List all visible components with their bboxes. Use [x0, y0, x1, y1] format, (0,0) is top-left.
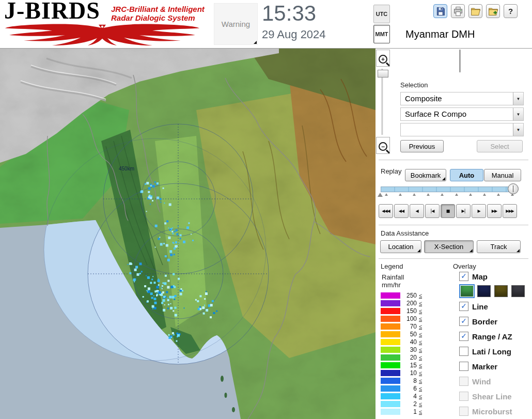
zoom-slider-track[interactable] — [382, 69, 384, 135]
chevron-down-icon[interactable]: ▼ — [513, 92, 523, 105]
legend-value: 100 — [401, 315, 417, 322]
legend-row: 20≤ — [381, 353, 422, 361]
legend-value: 50 — [401, 331, 417, 338]
map-color-swatch[interactable] — [460, 285, 474, 297]
legend-row: 15≤ — [381, 361, 422, 369]
checkbox[interactable] — [459, 362, 468, 371]
legend-value: 1 — [401, 408, 417, 415]
overlay-item-marker[interactable]: Marker — [459, 360, 532, 373]
x-section-button[interactable]: X-Section — [424, 240, 474, 253]
legend-row: 4≤ — [381, 392, 422, 400]
map-color-swatch[interactable] — [494, 285, 508, 297]
legend-leq-symbol: ≤ — [419, 409, 422, 415]
timeline-tick — [427, 193, 430, 196]
replay-timeline-track[interactable] — [381, 187, 517, 192]
timeline-tick — [497, 193, 500, 196]
print-button[interactable] — [451, 4, 465, 18]
playback-controls: ◀◀◀◀◀◀|◀■▶|▶▶▶▶▶▶ — [379, 204, 517, 218]
legend-color-swatch — [381, 323, 400, 330]
legend-row: 50≤ — [381, 330, 422, 338]
checkbox[interactable]: ✓ — [459, 302, 468, 311]
map-color-swatch[interactable] — [477, 285, 491, 297]
step-back-button[interactable]: |◀ — [425, 204, 440, 218]
clock-time: 15:33 — [262, 1, 316, 26]
fast-forward-button[interactable]: ▶▶ — [487, 204, 502, 218]
legend-leq-symbol: ≤ — [419, 354, 422, 361]
legend-value: 70 — [401, 323, 417, 330]
location-button[interactable]: Location — [380, 240, 421, 253]
legend-value: 200 — [401, 300, 417, 307]
folder-icon — [471, 6, 481, 17]
stop-button[interactable]: ■ — [441, 204, 455, 218]
folder-plus-icon — [488, 6, 498, 17]
overlay-label: Lati / Long — [472, 347, 511, 356]
select-button[interactable]: Select — [477, 140, 523, 152]
chevron-down-icon[interactable]: ▼ — [513, 108, 523, 120]
play-reverse-button[interactable]: ◀ — [410, 204, 424, 218]
import-button[interactable] — [486, 4, 500, 18]
zoom-in-button[interactable]: + — [376, 50, 390, 67]
header-toolbar: ? — [433, 4, 518, 18]
overlay-label: Range / AZ — [472, 332, 512, 341]
overlay-label: Line — [472, 302, 488, 311]
timeline-tick — [455, 193, 458, 196]
step-forward-button[interactable]: ▶| — [456, 204, 471, 218]
overlay-item-wind[interactable]: Wind — [459, 375, 532, 387]
previous-button[interactable]: Previous — [400, 140, 444, 152]
checkbox[interactable]: ✓ — [459, 332, 468, 341]
timeline-tick — [413, 193, 416, 196]
legend-leq-symbol: ≤ — [419, 331, 422, 337]
help-button[interactable]: ? — [504, 4, 518, 18]
organization-name: Myanmar DMH — [405, 28, 475, 40]
utc-button[interactable]: UTC — [373, 5, 390, 23]
timeline-tick — [385, 193, 388, 196]
map-color-swatch[interactable] — [511, 285, 525, 297]
warning-button[interactable]: Warning — [214, 3, 258, 45]
option-dropdown[interactable]: ▼ — [400, 123, 524, 136]
checkbox[interactable] — [459, 392, 468, 401]
checkbox[interactable]: ✓ — [459, 272, 468, 281]
auto-button[interactable]: Auto — [450, 169, 483, 181]
product-dropdown[interactable]: Surface R Compo ▼ — [400, 107, 524, 121]
checkbox[interactable] — [459, 407, 468, 416]
bookmark-button[interactable]: Bookmark — [405, 169, 446, 181]
overlay-item-line[interactable]: ✓Line — [459, 300, 532, 313]
zoom-out-button[interactable]: − — [376, 137, 390, 154]
radar-map[interactable]: 450km — [0, 48, 375, 419]
jump-start-button[interactable]: ◀◀◀ — [379, 204, 393, 218]
overlay-item-map[interactable]: ✓Map — [459, 270, 532, 283]
overlay-item-border[interactable]: ✓Border — [459, 315, 532, 328]
checkbox[interactable] — [459, 377, 468, 386]
legend-value: 150 — [401, 307, 417, 315]
legend-value: 8 — [401, 377, 417, 384]
text-cursor — [460, 50, 460, 72]
fast-rewind-button[interactable]: ◀◀ — [394, 204, 409, 218]
legend-color-swatch — [381, 339, 400, 345]
overlay-item-microburst[interactable]: Microburst — [459, 405, 532, 417]
manual-button[interactable]: Manual — [484, 169, 521, 181]
composite-dropdown-value: Composite — [405, 92, 442, 104]
timeline-thumb[interactable] — [508, 183, 519, 194]
checkbox[interactable]: ✓ — [459, 317, 468, 326]
overlay-item-lati-long[interactable]: Lati / Long — [459, 345, 532, 358]
save-button[interactable] — [433, 4, 447, 18]
timeline-start-marker — [378, 193, 383, 197]
track-button[interactable]: Track — [477, 240, 521, 253]
jump-end-button[interactable]: ▶▶▶ — [503, 204, 517, 218]
open-folder-button[interactable] — [468, 4, 482, 18]
overlay-item-shear-line[interactable]: Shear Line — [459, 390, 532, 402]
checkbox[interactable] — [459, 347, 468, 356]
play-button[interactable]: ▶ — [472, 204, 486, 218]
overlay-options: ✓Map✓Line✓Border✓Range / AZLati / LongMa… — [459, 270, 532, 419]
overlay-section-label: Overlay — [453, 262, 476, 270]
mmt-button[interactable]: MMT — [373, 25, 390, 43]
composite-dropdown[interactable]: Composite ▼ — [400, 92, 524, 105]
control-panel: Selection Composite ▼ Surface R Compo ▼ … — [375, 48, 532, 419]
chevron-down-icon[interactable]: ▼ — [513, 123, 523, 136]
overlay-item-range-az[interactable]: ✓Range / AZ — [459, 330, 532, 343]
legend-row: 150≤ — [381, 307, 422, 315]
legend-value: 15 — [401, 362, 417, 369]
legend-value: 2 — [401, 400, 417, 408]
map-zoom-controls: + − — [375, 48, 390, 159]
zoom-slider-thumb[interactable] — [378, 70, 388, 77]
